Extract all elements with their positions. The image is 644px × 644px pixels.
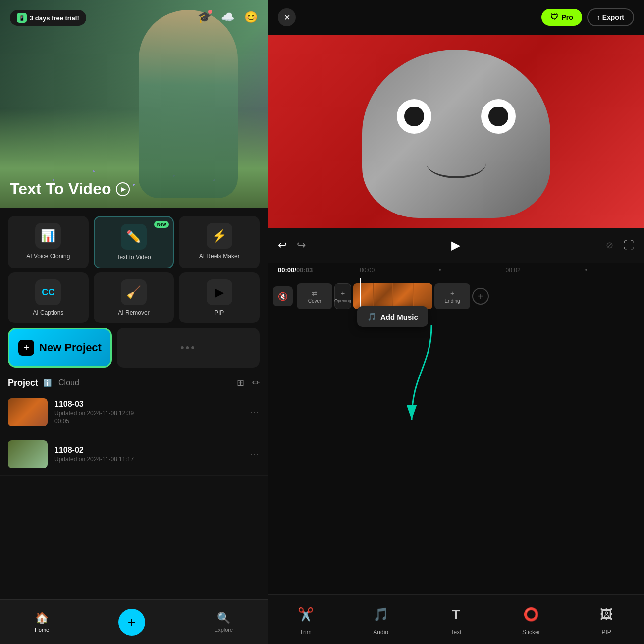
- header-icons: 🎓 ☁️ 😊: [198, 11, 258, 24]
- project-info-1108-02: 1108-02 Updated on 2024-11-08 11:17: [54, 446, 243, 463]
- toolbar-sticker[interactable]: ⭕ Sticker: [520, 604, 542, 636]
- hero-title-text: Text To Video: [10, 180, 111, 198]
- cover-clip-label: Cover: [308, 298, 322, 304]
- nav-create-button[interactable]: +: [118, 609, 145, 636]
- timeline-area: 00:00/00:03 00:00 • 00:02 • 🔇 ⇄ Cover: [268, 263, 644, 594]
- tools-grid: 📊 AI Voice Cloning New ✏️ Text to Video …: [0, 208, 268, 272]
- cat-mouth: [427, 149, 486, 178]
- toolbar-trim[interactable]: ✂️ Trim: [295, 604, 317, 636]
- project-item-1108-03[interactable]: 1108-03 Updated on 2024-11-08 12:39 00:0…: [0, 391, 268, 433]
- grid-view-icon[interactable]: ⊞: [237, 377, 244, 388]
- time-mark-2: 00:02: [506, 267, 521, 274]
- opening-label: Opening: [334, 298, 351, 303]
- bottom-navigation: 🏠 Home + 🔍 Explore: [0, 599, 268, 644]
- nav-explore[interactable]: 🔍 Explore: [215, 612, 233, 633]
- ai-reels-icon-wrap: ⚡: [207, 223, 232, 249]
- project-name: 1108-03: [54, 400, 243, 409]
- graduation-icon[interactable]: 🎓: [198, 11, 211, 24]
- hero-banner: 📱 3 days free trial! 🎓 ☁️ 😊 Text To Vide…: [0, 0, 268, 208]
- tool-text-to-video[interactable]: New ✏️ Text to Video: [94, 216, 174, 268]
- ai-voice-label: AI Voice Cloning: [26, 253, 70, 260]
- no-edit-icon[interactable]: ⊘: [606, 240, 613, 251]
- project-info-icon[interactable]: ℹ️: [43, 379, 52, 387]
- filmstrip: [353, 283, 432, 309]
- ai-voice-icon: 📊: [41, 229, 55, 243]
- project-more-menu-2[interactable]: ⋯: [250, 449, 260, 460]
- edit-icon[interactable]: ✏: [252, 377, 260, 388]
- hero-title-section: Text To Video ▶: [10, 180, 130, 198]
- text-label: Text: [450, 629, 461, 636]
- play-button[interactable]: ▶: [445, 235, 466, 256]
- cat-eye-right: [481, 99, 516, 134]
- project-duration: 00:05: [54, 418, 243, 425]
- project-date: Updated on 2024-11-08 12:39: [54, 410, 243, 417]
- add-final-button[interactable]: +: [472, 288, 489, 305]
- tool-ai-remover[interactable]: 🧹 AI Remover: [94, 272, 174, 323]
- toolbar-audio[interactable]: 🎵 Audio: [370, 604, 392, 636]
- project-thumb-1108-03: [8, 398, 48, 426]
- filmstrip-frame-1: [353, 283, 373, 309]
- opening-add-clip[interactable]: + Opening: [334, 283, 351, 309]
- add-music-popup[interactable]: 🎵 Add Music: [357, 306, 428, 327]
- project-thumb-1108-02: [8, 440, 48, 468]
- bottom-tools-row: CC AI Captions 🧹 AI Remover ▶ PIP: [0, 272, 268, 328]
- audio-label: Audio: [373, 629, 388, 636]
- export-button[interactable]: ↑ Export: [587, 8, 634, 26]
- project-item-1108-02[interactable]: 1108-02 Updated on 2024-11-08 11:17 ⋯: [0, 433, 268, 476]
- tool-ai-captions[interactable]: CC AI Captions: [8, 272, 89, 323]
- time-current: 00:00/00:03: [278, 267, 313, 274]
- timeline-tracks: 🔇 ⇄ Cover + Opening: [268, 278, 644, 318]
- close-button[interactable]: ✕: [278, 8, 296, 26]
- cloud-label: Cloud: [58, 378, 79, 387]
- nav-home[interactable]: 🏠 Home: [35, 612, 49, 633]
- filmstrip-frame-3: [393, 283, 413, 309]
- cat-body: [362, 50, 550, 218]
- ai-captions-label: AI Captions: [33, 309, 63, 316]
- toolbar-pip[interactable]: 🖼 PIP: [595, 604, 617, 636]
- play-circle-icon[interactable]: ▶: [116, 182, 130, 196]
- cover-swap-icon: ⇄: [312, 289, 318, 297]
- tool-ai-voice-cloning[interactable]: 📊 AI Voice Cloning: [8, 216, 89, 268]
- explore-label: Explore: [215, 627, 233, 633]
- ai-reels-label: AI Reels Maker: [199, 253, 240, 260]
- ending-clip[interactable]: + Ending: [434, 283, 470, 309]
- text-icon: T: [445, 604, 467, 626]
- pip-icon: ▶: [215, 285, 224, 299]
- pip-toolbar-label: PIP: [601, 629, 611, 636]
- sticker-icon: ⭕: [520, 604, 542, 626]
- project-name-2: 1108-02: [54, 446, 243, 455]
- text-to-video-label: Text to Video: [116, 254, 151, 261]
- redo-button[interactable]: ↪: [297, 239, 306, 252]
- project-info-1108-03: 1108-03 Updated on 2024-11-08 12:39 00:0…: [54, 400, 243, 425]
- project-view-icons: ⊞ ✏: [237, 377, 260, 388]
- project-date-2: Updated on 2024-11-08 11:17: [54, 456, 243, 463]
- time-mark-dot2: •: [585, 267, 587, 274]
- home-label: Home: [35, 627, 49, 633]
- pro-button[interactable]: 🛡 Pro: [541, 9, 582, 26]
- tool-ai-reels-maker[interactable]: ⚡ AI Reels Maker: [179, 216, 260, 268]
- toolbar-text[interactable]: T Text: [445, 604, 467, 636]
- fullscreen-button[interactable]: ⛶: [623, 239, 634, 252]
- video-clip[interactable]: [353, 283, 432, 309]
- add-music-label: Add Music: [380, 313, 418, 321]
- explore-icon: 🔍: [217, 612, 230, 625]
- trial-badge[interactable]: 📱 3 days free trial!: [10, 10, 86, 26]
- ai-voice-icon-wrap: 📊: [35, 223, 61, 249]
- tool-pip[interactable]: ▶ PIP: [179, 272, 260, 323]
- undo-button[interactable]: ↩: [278, 239, 287, 252]
- hero-figure: [139, 10, 238, 198]
- new-project-button[interactable]: + New Project: [8, 328, 112, 368]
- trial-icon: 📱: [17, 13, 27, 23]
- bottom-toolbar: ✂️ Trim 🎵 Audio T Text ⭕ Sticker 🖼 PIP: [268, 594, 644, 644]
- text-to-video-icon: ✏️: [126, 230, 141, 244]
- smiley-icon[interactable]: 😊: [244, 11, 258, 24]
- track-clips: ⇄ Cover + Opening: [297, 283, 639, 309]
- volume-icon[interactable]: 🔇: [273, 286, 293, 306]
- project-more-menu[interactable]: ⋯: [250, 407, 260, 418]
- project-thumbnail-cat: [8, 398, 48, 426]
- music-note-icon: 🎵: [367, 312, 376, 321]
- cloud-icon[interactable]: ☁️: [221, 11, 234, 24]
- more-options-card[interactable]: •••: [117, 328, 260, 368]
- cat-preview: [337, 40, 575, 228]
- cover-clip[interactable]: ⇄ Cover: [297, 283, 332, 309]
